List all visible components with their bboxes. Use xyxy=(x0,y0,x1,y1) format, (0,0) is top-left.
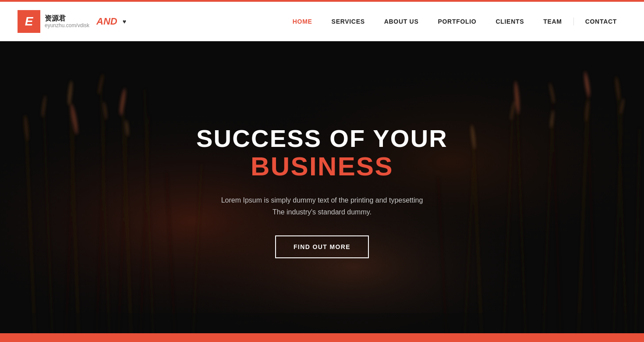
site-header: E 资源君 eyunzhu.com/vdisk AND ♥ HOME SERVI… xyxy=(0,2,644,41)
hero-desc-line2: The industry's standard dummy. xyxy=(272,208,372,216)
logo-chinese-name: 资源君 xyxy=(45,14,89,22)
nav-item-contact[interactable]: CONTACT xyxy=(576,18,626,25)
nav-item-about[interactable]: ABOUT US xyxy=(375,18,428,25)
logo-and-text: AND xyxy=(96,16,117,27)
nav-separator xyxy=(573,18,574,25)
nav-item-clients[interactable]: CLIENTS xyxy=(486,18,534,25)
hero-title-line2: BUSINESS xyxy=(196,152,448,181)
nav-item-portfolio[interactable]: PORTFOLIO xyxy=(428,18,486,25)
hero-title-line1: SUCCESS OF YOUR xyxy=(196,125,448,152)
logo-area[interactable]: E 资源君 eyunzhu.com/vdisk AND ♥ xyxy=(18,10,126,33)
nav-item-home[interactable]: HOME xyxy=(283,18,322,25)
nav-item-team[interactable]: TEAM xyxy=(534,18,571,25)
main-nav: HOME SERVICES ABOUT US PORTFOLIO CLIENTS… xyxy=(283,18,626,25)
hero-bottom-bar xyxy=(0,333,644,342)
hero-cta-button[interactable]: FIND OUT MORE xyxy=(275,235,369,258)
hero-section: SUCCESS OF YOUR BUSINESS Lorem Ipsum is … xyxy=(0,41,644,342)
logo-url: eyunzhu.com/vdisk xyxy=(45,22,89,28)
logo-text-block: 资源君 eyunzhu.com/vdisk xyxy=(45,14,89,29)
hero-description: Lorem Ipsum is simply dummy text of the … xyxy=(196,194,448,218)
logo-heart-icon: ♥ xyxy=(123,18,126,25)
nav-item-services[interactable]: SERVICES xyxy=(322,18,375,25)
logo-icon-box: E xyxy=(18,10,40,33)
logo-letter: E xyxy=(25,14,33,28)
hero-content: SUCCESS OF YOUR BUSINESS Lorem Ipsum is … xyxy=(196,125,448,258)
hero-desc-line1: Lorem Ipsum is simply dummy text of the … xyxy=(221,196,423,204)
